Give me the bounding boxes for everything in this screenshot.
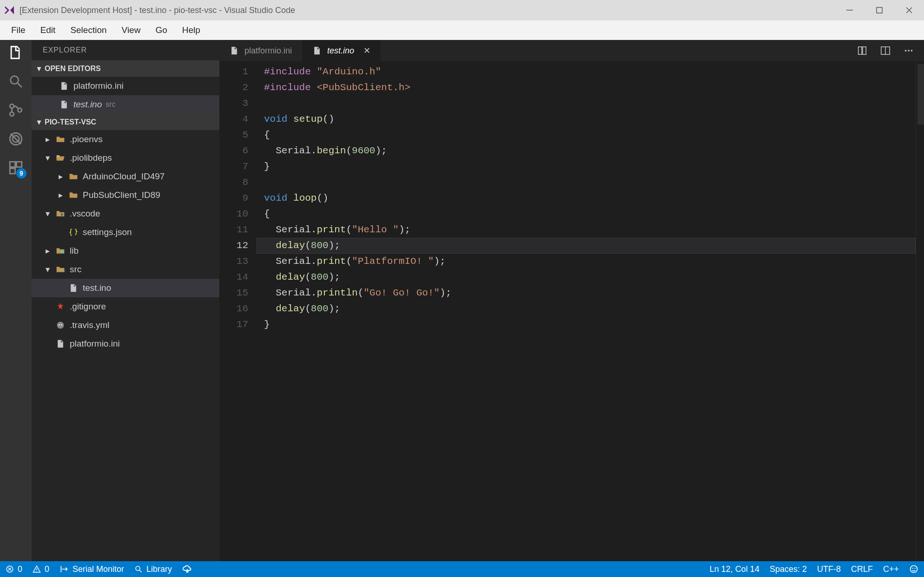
travis-icon xyxy=(56,321,65,330)
activity-extensions-icon[interactable]: 9 xyxy=(8,160,24,176)
menu-selection[interactable]: Selection xyxy=(63,22,114,38)
close-icon[interactable]: ✕ xyxy=(363,46,370,56)
code-line[interactable]: Serial.print("Hello "); xyxy=(257,222,916,238)
project-header[interactable]: ▾PIO-TEST-VSC xyxy=(32,114,219,130)
tree-row[interactable]: ▸PubSubClient_ID89 xyxy=(32,186,219,204)
file-icon xyxy=(312,46,322,55)
status-serial-label: Serial Monitor xyxy=(73,564,124,574)
compare-changes-icon[interactable] xyxy=(857,46,867,56)
tree-row[interactable]: ▸.pioenvs xyxy=(32,130,219,149)
minimap[interactable] xyxy=(916,61,924,561)
tree-row[interactable]: ▸ArduinoCloud_ID497 xyxy=(32,167,219,186)
activity-scm-icon[interactable] xyxy=(8,102,24,118)
code-line[interactable] xyxy=(257,96,916,111)
folder-src-icon: </> xyxy=(56,265,65,274)
code-line[interactable]: #include <PubSubClient.h> xyxy=(257,80,916,96)
editor-tab[interactable]: test.ino✕ xyxy=(302,40,381,61)
tree-row[interactable]: ▾</>src xyxy=(32,260,219,279)
code-line[interactable]: void setup() xyxy=(257,111,916,127)
folder-icon xyxy=(69,190,78,200)
code-line[interactable] xyxy=(257,175,916,190)
open-editor-item[interactable]: test.inosrc xyxy=(32,95,219,114)
code-line[interactable]: Serial.print("PlatformIO! "); xyxy=(257,254,916,269)
svg-point-25 xyxy=(36,571,37,572)
status-serial-monitor[interactable]: Serial Monitor xyxy=(59,564,124,574)
tree-row[interactable]: .travis.yml xyxy=(32,316,219,334)
status-library-label: Library xyxy=(146,564,172,574)
code-line[interactable]: delay(800); xyxy=(257,301,916,317)
window-close-button[interactable] xyxy=(894,0,924,20)
menubar: FileEditSelectionViewGoHelp xyxy=(0,20,924,40)
tree-chevron-icon[interactable]: ▾ xyxy=(46,264,53,275)
open-editor-item[interactable]: platformio.ini xyxy=(32,77,219,95)
menu-edit[interactable]: Edit xyxy=(33,22,63,38)
window-maximize-button[interactable] xyxy=(865,0,894,20)
status-indentation[interactable]: Spaces: 2 xyxy=(770,564,807,574)
menu-go[interactable]: Go xyxy=(148,22,174,38)
code-line[interactable]: { xyxy=(257,127,916,143)
code-line[interactable]: Serial.begin(9600); xyxy=(257,143,916,159)
code-line[interactable]: { xyxy=(257,206,916,222)
tree-chevron-icon[interactable]: ▸ xyxy=(46,134,53,144)
tree-row[interactable]: ▾.vscode xyxy=(32,204,219,223)
code-editor[interactable]: 1234567891011121314151617 #include "Ardu… xyxy=(219,61,924,561)
line-number: 5 xyxy=(219,127,248,143)
open-editors-header[interactable]: ▾OPEN EDITORS xyxy=(32,60,219,77)
svg-point-4 xyxy=(10,112,14,116)
status-cloud-sync[interactable] xyxy=(182,564,192,574)
status-eol[interactable]: CRLF xyxy=(851,564,873,574)
code-line[interactable]: } xyxy=(257,317,916,333)
code-line[interactable]: #include "Arduino.h" xyxy=(257,64,916,80)
editor-tab[interactable]: platformio.ini xyxy=(219,40,302,61)
tree-row[interactable]: settings.json xyxy=(32,223,219,242)
tree-chevron-icon[interactable]: ▸ xyxy=(46,246,53,256)
extensions-badge: 9 xyxy=(16,168,26,178)
status-language-mode[interactable]: C++ xyxy=(883,564,899,574)
tree-row[interactable]: .gitignore xyxy=(32,297,219,316)
svg-text:</>: </> xyxy=(60,269,65,273)
window-minimize-button[interactable] xyxy=(835,0,865,20)
vs-logo-icon xyxy=(4,5,15,16)
code-line[interactable]: delay(800); xyxy=(257,238,916,254)
status-warnings[interactable]: 0 xyxy=(33,564,49,574)
code-line[interactable]: void loop() xyxy=(257,190,916,206)
tree-row[interactable]: ▾.piolibdeps xyxy=(32,149,219,167)
explorer-sidebar: EXPLORER ▾OPEN EDITORS platformio.inites… xyxy=(32,40,219,561)
tree-row[interactable]: test.ino xyxy=(32,279,219,297)
tree-row[interactable]: platformio.ini xyxy=(32,334,219,353)
tab-label: platformio.ini xyxy=(244,46,292,56)
activity-debug-icon[interactable] xyxy=(8,131,24,147)
activity-explorer-icon[interactable] xyxy=(8,45,24,60)
status-errors[interactable]: 0 xyxy=(6,564,22,574)
menu-help[interactable]: Help xyxy=(175,22,208,38)
tree-chevron-icon[interactable]: ▸ xyxy=(59,171,66,182)
code-line[interactable]: Serial.println("Go! Go! Go!"); xyxy=(257,285,916,301)
code-line[interactable]: delay(800); xyxy=(257,269,916,285)
status-feedback-icon[interactable] xyxy=(909,564,918,574)
code-area[interactable]: #include "Arduino.h"#include <PubSubClie… xyxy=(257,61,916,561)
svg-point-3 xyxy=(10,104,14,108)
open-editor-label: test.ino xyxy=(73,99,102,110)
status-library[interactable]: Library xyxy=(134,564,172,574)
editor-tabs: platformio.initest.ino✕ xyxy=(219,40,924,61)
folder-icon xyxy=(69,172,78,181)
tree-chevron-icon[interactable]: ▾ xyxy=(46,153,53,163)
line-number: 17 xyxy=(219,317,248,333)
split-editor-icon[interactable] xyxy=(880,46,891,56)
minimap-slider[interactable] xyxy=(917,64,924,125)
open-editor-label: platformio.ini xyxy=(73,81,124,91)
code-line[interactable]: } xyxy=(257,159,916,175)
status-cursor-position[interactable]: Ln 12, Col 14 xyxy=(710,564,759,574)
svg-point-22 xyxy=(911,50,913,52)
activity-search-icon[interactable] xyxy=(8,73,24,89)
status-encoding[interactable]: UTF-8 xyxy=(817,564,841,574)
file-icon xyxy=(59,100,69,109)
tree-label: ArduinoCloud_ID497 xyxy=(83,171,165,182)
menu-file[interactable]: File xyxy=(4,22,33,38)
menu-view[interactable]: View xyxy=(114,22,148,38)
tree-chevron-icon[interactable]: ▸ xyxy=(59,190,66,200)
more-actions-icon[interactable] xyxy=(904,46,914,56)
tree-row[interactable]: ▸lib xyxy=(32,242,219,260)
folder-lib-icon xyxy=(56,246,65,256)
tree-chevron-icon[interactable]: ▾ xyxy=(46,209,53,219)
